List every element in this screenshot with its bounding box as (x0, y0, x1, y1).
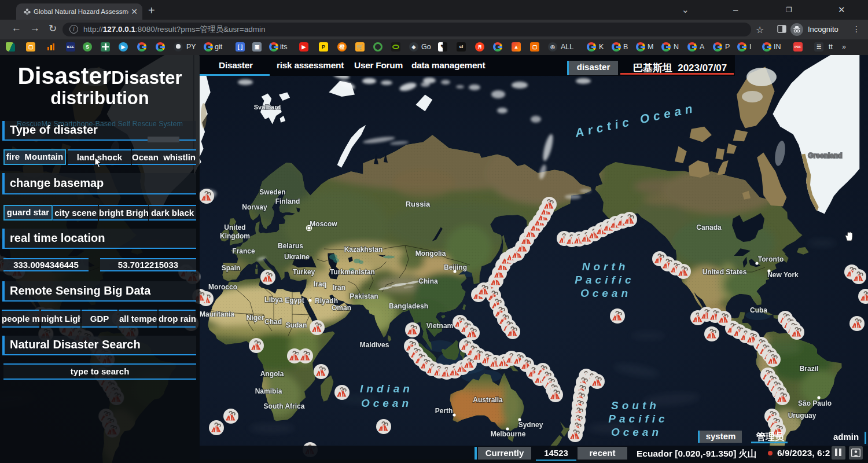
svg-text:Australia: Australia (473, 396, 503, 404)
svg-text:Greenland: Greenland (808, 152, 842, 160)
svg-text:Mongolia: Mongolia (415, 249, 446, 258)
svg-text:Norway: Norway (242, 203, 267, 211)
svg-text:North: North (582, 260, 629, 273)
svg-text:Ukraine: Ukraine (284, 253, 310, 261)
svg-text:São Paulo: São Paulo (798, 399, 832, 407)
svg-text:Cuba: Cuba (750, 306, 767, 314)
svg-text:New York: New York (767, 271, 799, 279)
svg-text:Indian: Indian (360, 383, 413, 395)
svg-text:Ocean: Ocean (580, 287, 631, 299)
svg-text:Canada: Canada (696, 223, 722, 232)
svg-text:Belarus: Belarus (278, 242, 303, 250)
svg-text:Melbourne: Melbourne (491, 430, 526, 438)
svg-text:Sweden: Sweden (259, 188, 285, 196)
svg-text:Svalbard: Svalbard (254, 104, 281, 111)
svg-text:Turkmenistan: Turkmenistan (330, 268, 375, 276)
svg-text:Ocean: Ocean (361, 397, 412, 409)
svg-text:Toronto: Toronto (758, 255, 784, 263)
svg-text:Niger: Niger (247, 314, 264, 322)
svg-text:Namibia: Namibia (255, 387, 282, 395)
svg-text:Russia: Russia (406, 200, 431, 208)
svg-text:United States: United States (703, 268, 747, 276)
svg-text:Morocco: Morocco (208, 283, 237, 291)
svg-text:Oman: Oman (332, 304, 351, 312)
svg-text:United: United (224, 223, 245, 232)
svg-text:Brazil: Brazil (800, 365, 819, 373)
svg-text:China: China (418, 277, 438, 285)
svg-text:Maldives: Maldives (360, 341, 389, 349)
svg-text:Sudan: Sudan (286, 321, 307, 329)
svg-text:Spain: Spain (222, 264, 241, 272)
svg-text:Iran: Iran (333, 284, 345, 292)
svg-text:Ocean: Ocean (611, 426, 662, 438)
svg-text:Uruguay: Uruguay (788, 411, 816, 420)
svg-text:Finland: Finland (275, 197, 300, 205)
svg-text:Mauritania: Mauritania (200, 310, 234, 318)
svg-text:Perth: Perth (435, 407, 453, 415)
svg-text:Kazakhstan: Kazakhstan (344, 245, 383, 253)
svg-text:Sydney: Sydney (518, 421, 543, 429)
svg-text:Chad: Chad (264, 318, 282, 326)
svg-text:Pacific: Pacific (575, 274, 634, 286)
svg-text:Moscow: Moscow (310, 220, 337, 228)
svg-text:Pacific: Pacific (608, 413, 668, 425)
svg-text:Libya: Libya (264, 296, 283, 304)
svg-text:Kingdom: Kingdom (220, 232, 250, 240)
svg-text:Vietnam: Vietnam (426, 322, 453, 330)
svg-text:Angola: Angola (260, 370, 284, 378)
svg-text:South Africa: South Africa (264, 402, 305, 410)
svg-text:South: South (611, 399, 660, 411)
svg-text:Bangladesh: Bangladesh (389, 302, 428, 310)
svg-text:France: France (232, 247, 255, 255)
svg-text:Egypt: Egypt (285, 296, 304, 304)
svg-text:Turkey: Turkey (293, 268, 315, 276)
svg-text:Pakistan: Pakistan (350, 292, 378, 300)
svg-text:Iraq: Iraq (314, 280, 326, 288)
